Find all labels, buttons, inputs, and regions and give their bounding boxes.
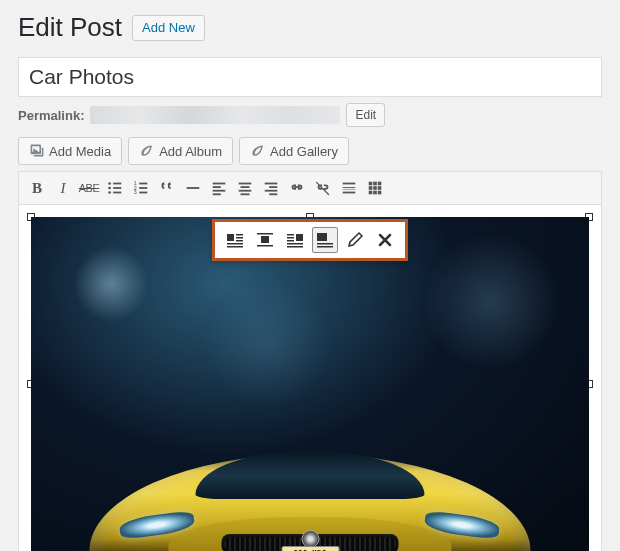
add-media-button[interactable]: Add Media <box>18 137 122 165</box>
svg-rect-46 <box>257 245 273 247</box>
svg-point-2 <box>108 187 111 190</box>
post-title-input[interactable] <box>18 57 602 97</box>
svg-rect-28 <box>343 192 356 194</box>
svg-rect-55 <box>317 246 333 248</box>
svg-rect-14 <box>213 186 221 188</box>
svg-rect-3 <box>113 187 121 189</box>
svg-rect-27 <box>343 189 356 190</box>
selected-image[interactable]: I90 MBC <box>31 217 589 551</box>
svg-rect-22 <box>269 186 277 188</box>
add-new-button[interactable]: Add New <box>132 15 205 41</box>
align-right-button[interactable] <box>259 176 283 200</box>
svg-rect-44 <box>257 233 273 235</box>
svg-rect-43 <box>227 246 243 248</box>
svg-rect-18 <box>241 186 250 188</box>
permalink-row: Permalink: Edit <box>18 103 602 127</box>
media-icon <box>29 143 45 159</box>
link-button[interactable] <box>285 176 309 200</box>
permalink-edit-button[interactable]: Edit <box>346 103 385 127</box>
svg-rect-53 <box>317 233 327 241</box>
align-left-button[interactable] <box>207 176 231 200</box>
svg-rect-16 <box>213 193 221 195</box>
svg-rect-37 <box>378 191 382 195</box>
add-album-button[interactable]: Add Album <box>128 137 233 165</box>
leaf-icon <box>250 143 266 159</box>
license-plate: I90 MBC <box>281 546 339 551</box>
svg-rect-54 <box>317 243 333 245</box>
svg-rect-26 <box>343 187 356 188</box>
svg-rect-11 <box>139 192 147 194</box>
img-edit-button[interactable] <box>342 227 368 253</box>
svg-rect-19 <box>239 190 252 192</box>
svg-rect-52 <box>287 246 303 248</box>
car-image: I90 MBC <box>31 217 589 551</box>
read-more-button[interactable] <box>337 176 361 200</box>
italic-button[interactable]: I <box>51 176 75 200</box>
svg-rect-15 <box>213 190 226 192</box>
svg-text:3: 3 <box>134 189 137 195</box>
svg-rect-12 <box>187 187 200 189</box>
img-remove-button[interactable] <box>372 227 398 253</box>
svg-rect-5 <box>113 192 121 194</box>
svg-rect-21 <box>265 183 278 185</box>
svg-rect-49 <box>287 237 294 239</box>
svg-rect-24 <box>269 193 277 195</box>
svg-rect-41 <box>236 240 243 242</box>
svg-rect-29 <box>369 182 373 186</box>
svg-rect-50 <box>287 240 294 242</box>
permalink-label: Permalink: <box>18 108 84 123</box>
add-gallery-button[interactable]: Add Gallery <box>239 137 349 165</box>
svg-rect-51 <box>287 243 303 245</box>
img-align-none-button[interactable] <box>312 227 338 253</box>
svg-point-0 <box>108 182 111 185</box>
blockquote-button[interactable] <box>155 176 179 200</box>
img-align-left-button[interactable] <box>222 227 248 253</box>
svg-rect-34 <box>378 186 382 190</box>
align-center-button[interactable] <box>233 176 257 200</box>
svg-rect-20 <box>241 193 250 195</box>
hr-button[interactable] <box>181 176 205 200</box>
editor-content[interactable]: I90 MBC <box>18 204 602 551</box>
permalink-slug[interactable] <box>90 106 340 124</box>
svg-rect-48 <box>287 234 294 236</box>
svg-rect-38 <box>227 234 234 241</box>
svg-rect-30 <box>373 182 377 186</box>
bullet-list-button[interactable] <box>103 176 127 200</box>
svg-rect-1 <box>113 183 121 185</box>
svg-rect-42 <box>227 243 243 245</box>
svg-rect-35 <box>369 191 373 195</box>
img-align-right-button[interactable] <box>282 227 308 253</box>
editor-toolbar: B I ABE 123 <box>18 171 602 204</box>
svg-rect-17 <box>239 183 252 185</box>
svg-rect-40 <box>236 237 243 239</box>
image-toolbar <box>212 219 408 261</box>
strikethrough-button[interactable]: ABE <box>77 176 101 200</box>
svg-rect-25 <box>343 183 356 185</box>
svg-rect-47 <box>296 234 303 241</box>
toolbar-toggle-button[interactable] <box>363 176 387 200</box>
page-title: Edit Post <box>18 12 122 43</box>
numbered-list-button[interactable]: 123 <box>129 176 153 200</box>
svg-rect-33 <box>373 186 377 190</box>
leaf-icon <box>139 143 155 159</box>
svg-point-4 <box>108 191 111 194</box>
svg-rect-9 <box>139 187 147 189</box>
svg-rect-31 <box>378 182 382 186</box>
svg-rect-7 <box>139 183 147 185</box>
img-align-center-button[interactable] <box>252 227 278 253</box>
svg-rect-39 <box>236 234 243 236</box>
svg-rect-32 <box>369 186 373 190</box>
svg-rect-36 <box>373 191 377 195</box>
svg-rect-23 <box>265 190 278 192</box>
bold-button[interactable]: B <box>25 176 49 200</box>
svg-rect-45 <box>261 236 269 243</box>
svg-rect-13 <box>213 183 226 185</box>
unlink-button[interactable] <box>311 176 335 200</box>
